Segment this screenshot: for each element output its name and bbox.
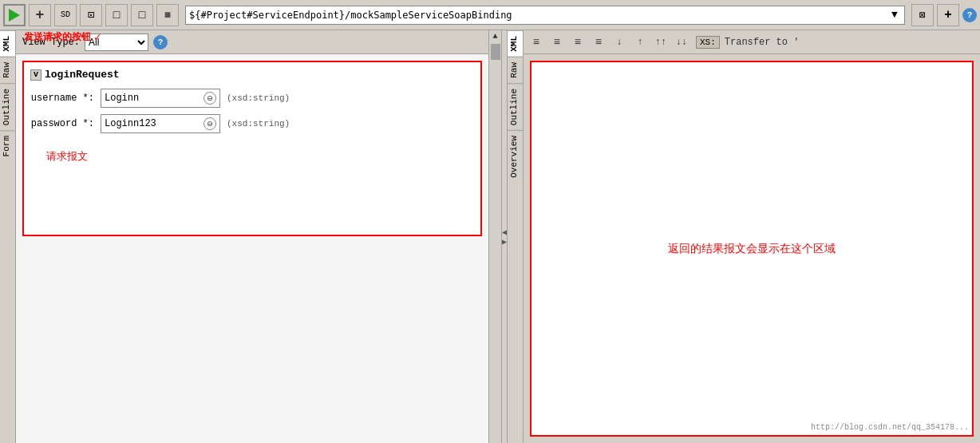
divider-right-icon: ▶ (502, 237, 507, 247)
checkmark-icon: ✓ (94, 30, 101, 44)
vtab-xml-right[interactable]: XML (508, 30, 523, 57)
rect-icon-btn[interactable]: □ (131, 4, 153, 26)
response-annotation: 返回的结果报文会显示在这个区域 (668, 242, 836, 256)
password-minus-button[interactable]: ⊖ (204, 117, 216, 130)
format-btn-4[interactable]: ≡ (589, 34, 608, 51)
frame-icon: ⊡ (88, 8, 94, 22)
toolbar-right: ⊠ + ? (911, 4, 977, 26)
format-icon-2: ≡ (554, 36, 560, 49)
xs-button[interactable]: XS: (696, 36, 720, 49)
format-btn-7[interactable]: ↑↑ (651, 34, 670, 51)
left-panel: View Type: All Form Raw ? v loginRequest (16, 30, 488, 443)
vtab-outline-right[interactable]: Outline (508, 83, 523, 130)
sort-top-icon: ↑↑ (655, 37, 666, 48)
rect-icon: □ (139, 9, 145, 22)
main-toolbar: + SD ⊡ □ □ ■ ${#Project#ServiceEndpoint}… (0, 0, 980, 30)
endpoint-dropdown[interactable]: ▼ (888, 9, 901, 21)
sd-icon: SD (61, 10, 70, 19)
scroll-up-arrow[interactable]: ▲ (491, 30, 499, 42)
vtab-overview-right[interactable]: Overview (508, 130, 523, 183)
password-label: password *: (30, 118, 94, 129)
frame-icon-btn[interactable]: ⊡ (80, 4, 102, 26)
scroll-thumb[interactable] (491, 44, 500, 60)
add-button[interactable]: + (29, 4, 51, 26)
send-annotation: 发送请求的按钮 ✓ (24, 30, 101, 44)
format-icon-4: ≡ (595, 36, 602, 49)
format-btn-6[interactable]: ↑ (630, 34, 650, 51)
send-annotation-text: 发送请求的按钮 (24, 30, 91, 44)
square-icon: □ (113, 9, 120, 22)
format-btn-5[interactable]: ↓ (610, 34, 629, 51)
scroll-bar: ▲ (488, 30, 501, 443)
format-icon-1: ≡ (533, 36, 539, 49)
collapse-button[interactable]: v (30, 69, 41, 81)
left-help-button[interactable]: ? (153, 35, 168, 49)
left-help-icon: ? (158, 38, 164, 47)
username-input-wrap: ⊖ (101, 89, 220, 108)
sort-bottom-icon: ↓↓ (676, 37, 687, 48)
form-content: v loginRequest username *: ⊖ (xsd:string… (16, 54, 488, 443)
sort-up-icon: ↑ (637, 37, 642, 48)
vtab-xml-left[interactable]: XML (0, 30, 15, 57)
main-body: XML Raw Outline Form View Type: All Form… (0, 30, 980, 443)
sd-icon-btn[interactable]: SD (54, 4, 77, 26)
toolbar-add-btn[interactable]: + (937, 4, 959, 26)
right-subheader: ≡ ≡ ≡ ≡ ↓ ↑ ↑↑ (524, 30, 980, 54)
watermark: http://blog.csdn.net/qq_354178... (811, 423, 969, 432)
panel-divider[interactable]: ◀ ▶ (501, 30, 508, 443)
endpoint-bar: ${#Project#ServiceEndpoint}/mockSampleSe… (185, 6, 905, 25)
request-title-text: loginRequest (45, 69, 120, 81)
left-vtabs: XML Raw Outline Form (0, 30, 16, 443)
password-input[interactable] (105, 118, 200, 129)
wsdl-icon-btn[interactable]: ⊠ (911, 4, 934, 26)
endpoint-text: ${#Project#ServiceEndpoint}/mockSampleSe… (189, 10, 888, 21)
request-annotation-text: 请求报文 (46, 151, 88, 163)
play-button[interactable] (3, 4, 26, 26)
minus-icon-2: ⊖ (207, 118, 212, 130)
stop-icon: ■ (164, 9, 171, 22)
minus-icon: ⊖ (207, 93, 212, 105)
format-btn-2[interactable]: ≡ (547, 34, 567, 51)
format-icon-3: ≡ (575, 36, 581, 49)
sort-down-icon: ↓ (616, 37, 622, 48)
format-btn-8[interactable]: ↓↓ (672, 34, 691, 51)
stop-icon-btn[interactable]: ■ (156, 4, 179, 26)
password-type: (xsd:string) (227, 119, 290, 129)
play-icon (9, 9, 20, 22)
request-title: v loginRequest (30, 69, 474, 81)
right-content: 返回的结果报文会显示在这个区域 http://blog.csdn.net/qq_… (530, 61, 974, 437)
xs-label: XS: (700, 38, 716, 47)
wsdl-icon: ⊠ (919, 9, 926, 22)
username-row: username *: ⊖ (xsd:string) (30, 89, 474, 108)
right-panel: ≡ ≡ ≡ ≡ ↓ ↑ ↑↑ (524, 30, 980, 443)
vtab-form-left[interactable]: Form (0, 130, 15, 161)
username-type: (xsd:string) (227, 93, 290, 103)
square-icon-btn[interactable]: □ (105, 4, 128, 26)
username-label: username *: (30, 93, 94, 104)
response-annotation-text: 返回的结果报文会显示在这个区域 (668, 243, 836, 255)
password-input-wrap: ⊖ (101, 114, 220, 133)
vtab-outline-left[interactable]: Outline (0, 83, 15, 130)
help-button[interactable]: ? (962, 8, 977, 22)
transfer-label: Transfer to ' (725, 37, 800, 48)
username-minus-button[interactable]: ⊖ (204, 92, 216, 105)
username-input[interactable] (105, 93, 200, 104)
password-row: password *: ⊖ (xsd:string) (30, 114, 474, 133)
vtab-raw-left[interactable]: Raw (0, 57, 15, 83)
divider-left-icon: ◀ (502, 227, 507, 237)
right-side: XML Raw Outline Overview ≡ ≡ ≡ ≡ (508, 30, 980, 443)
add-icon: + (36, 7, 45, 23)
format-btn-1[interactable]: ≡ (527, 34, 546, 51)
request-box: v loginRequest username *: ⊖ (xsd:string… (22, 61, 482, 236)
request-annotation: 请求报文 (30, 149, 474, 164)
right-vtabs: XML Raw Outline Overview (508, 30, 524, 443)
help-icon: ? (967, 10, 973, 20)
toolbar-add-icon: + (944, 8, 952, 22)
vtab-raw-right[interactable]: Raw (508, 57, 523, 83)
collapse-icon: v (34, 70, 38, 79)
format-btn-3[interactable]: ≡ (568, 34, 587, 51)
